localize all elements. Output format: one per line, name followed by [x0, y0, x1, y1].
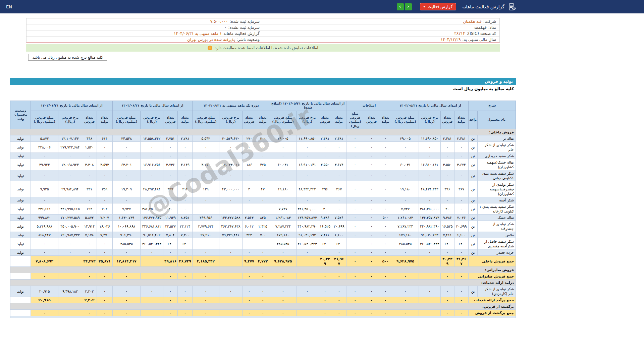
value-cell: ۰ [318, 286, 332, 297]
value-cell: ۳,۳۰۸ [82, 159, 97, 170]
value-cell: ۰ [296, 249, 318, 256]
value-cell: ۰ [193, 310, 219, 316]
value-cell: ۶۲۰ [440, 238, 454, 249]
value-cell: ۰ [419, 142, 440, 153]
value-cell: ۰ [364, 310, 379, 316]
report-type-dropdown[interactable]: گزارش فعالیت ▾ [420, 3, 457, 10]
value-cell: ۴۳,۰۰۰,۰۰۰ [219, 181, 242, 197]
value-cell [256, 238, 270, 249]
status-cell: تولید [10, 181, 31, 197]
value-cell: ۵۰۰ [379, 256, 392, 267]
value-cell: ۰ [256, 310, 270, 316]
value-cell: ۰ [243, 142, 256, 153]
table-row: شکر آفینهتن۰۰۰۰۰۰۰۰۰۰۰۰۰۰۰۰۰۰۰۰۰۰۰تولید [10, 197, 516, 203]
value-cell: ۰ [364, 297, 379, 303]
value-cell: ۰ [440, 273, 454, 280]
value-cell: ۰ [346, 197, 364, 203]
value-cell: ۳,۵۹۳ [97, 159, 112, 170]
value-cell [58, 256, 82, 267]
value-cell: ۰ [364, 215, 379, 221]
status-cell: تولید [10, 153, 31, 159]
report-icon[interactable] [508, 3, 516, 11]
language-toggle[interactable]: EN [2, 4, 12, 9]
value-cell: ۰ [97, 197, 112, 203]
value-cell: ۰ [379, 286, 392, 297]
value-cell: ۰ [112, 310, 141, 316]
value-cell: ۰ [392, 153, 419, 159]
value-cell: ۲,۷۷۹,۶۳۴ [193, 221, 219, 232]
value-cell: ۰ [346, 256, 364, 267]
value-cell: ۱۳۴,۳۵۷,۸۷۳ [296, 215, 318, 221]
value-cell: ۹۱,۰۳۰,۶۹۳ [419, 232, 440, 238]
value-cell: ۰ [82, 310, 97, 316]
status-cell: تولید [10, 232, 31, 238]
info-value: پذیرفته شده در بورس تهران [187, 37, 235, 42]
value-cell: ۴۸,۳۹۳,۴۸۴ [141, 181, 163, 197]
value-cell: ۰ [346, 215, 364, 221]
value-cell: ۰ [379, 249, 392, 256]
value-cell: ۴۱,۴۶۷ [454, 256, 469, 267]
value-cell: ۴۱,۹۶۷ [332, 256, 346, 267]
table-unit-note: کلیه مبالغ به میلیون ریال است [10, 85, 516, 101]
value-cell: ۰ [332, 286, 346, 297]
value-cell: ۲۹,۰۰۵ [270, 135, 296, 142]
value-cell [141, 297, 163, 303]
next-report-button[interactable]: › [397, 3, 404, 10]
value-cell: ۰ [379, 153, 392, 159]
value-cell: ۰ [440, 286, 454, 297]
page-title: گزارش فعالیت ماهانه [462, 4, 504, 9]
value-cell: ۰ [243, 286, 256, 297]
value-cell: ۱۹,۱۸۰ [392, 181, 419, 197]
unit-cell: تن [469, 153, 478, 159]
value-cell: ۰ [31, 310, 58, 316]
value-cell: ۳,۱۷۰ [193, 159, 219, 170]
value-cell: ۷,۰۲۶ [454, 215, 469, 221]
status-cell: تولید [10, 215, 31, 221]
value-cell: ۰ [193, 297, 219, 303]
value-cell: ۰ [97, 310, 112, 316]
value-cell [58, 310, 82, 316]
value-cell: ۱۶,۵۲۵ [318, 221, 332, 232]
value-cell: ۰ [318, 170, 332, 181]
value-cell: ۰ [58, 197, 82, 203]
info-row: سرمایه ثبت شده:۷,۵۰۰,۰۰۰ [26, 18, 263, 24]
value-cell: ۰ [97, 286, 112, 297]
product-name-cell: شکر تولیدی از چغندرقند(سهمیه کشاورزان) [477, 181, 516, 197]
info-label: وضعیت ناشر: [236, 37, 260, 42]
value-cell: ۰ [346, 221, 364, 232]
value-cell: ۲۸۵,۵۳۵ [392, 238, 419, 249]
value-cell: ۰ [346, 203, 364, 215]
sum-row: جمع فروش صادراتی۰۰۰۰۰۰۰۰۰۰۰۰۰۰۰۰۰۰ [10, 273, 516, 280]
value-cell: ۷۰۲ [97, 203, 112, 215]
value-cell: ۰ [318, 142, 332, 153]
info-label: سرمایه ثبت نشده: [228, 25, 260, 30]
value-cell: ۰ [141, 286, 163, 297]
header-group: دوره یک ماهه منتهی به ۱۴۰۴/۰۶/۳۱ [193, 101, 270, 111]
info-label: گزارش فعالیت ماهانه [223, 31, 260, 36]
company-info-panel: شرکت:قند هکمتاننماد:قهکمتکد صنعت (ISIC):… [26, 18, 500, 43]
value-cell: ۳,۵۵۰ [440, 159, 454, 170]
value-cell: ۱,۶۳۰,۷۳۹ [112, 215, 141, 221]
value-cell: ۶,۶۰۰ [454, 232, 469, 238]
unit-cell: تن [469, 215, 478, 221]
value-cell: ۰ [419, 197, 440, 203]
value-cell: ۰ [82, 153, 97, 159]
value-cell: ۰ [364, 238, 379, 249]
value-cell: ۳۸۶,۳۵۰,۰۰۰ [296, 203, 318, 215]
header-group: از ابتدای سال مالی تا تاریخ ۱۴۰۴/۰۵/۳۱ (… [270, 101, 346, 111]
value-cell [58, 297, 82, 303]
value-cell: ۰ [82, 170, 97, 181]
value-cell: ۰ [256, 249, 270, 256]
value-cell: ۰ [379, 238, 392, 249]
value-cell: ۰ [440, 142, 454, 153]
info-label: کد صنعت (ISIC): [467, 31, 496, 36]
value-cell: ۹۱,۰۳۰,۶۹۳ [296, 232, 318, 238]
header-sub: تعداد تولید [178, 111, 193, 129]
value-cell: ۰ [454, 153, 469, 159]
table-row: تفاله خشک(سهمیه کشاورزان)تن۳,۶۷۴۳,۵۵۰۱۶,… [10, 159, 516, 170]
value-cell: ۱۱,۶۹۰,۸۵۰ [296, 135, 318, 142]
value-cell: ۰ [163, 153, 178, 159]
value-cell: ۰ [346, 286, 364, 297]
prev-report-button[interactable]: ‹ [405, 3, 412, 10]
value-cell: ۰ [332, 310, 346, 316]
